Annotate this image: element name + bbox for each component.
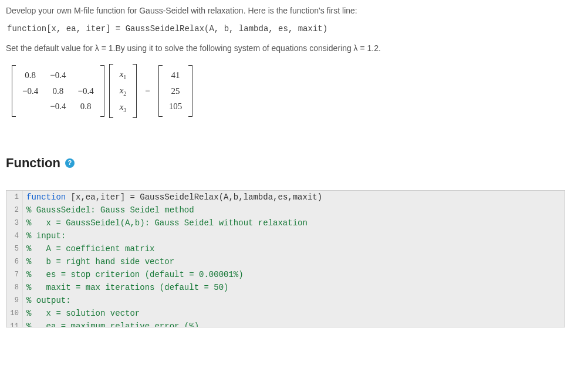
line-number: 1: [6, 191, 23, 204]
code-line: 1 function [x,ea,iter] = GaussSeidelRela…: [6, 191, 565, 204]
matrix-a: 0.8 −0.4 −0.4 0.8 −0.4 −0.4 0.8: [12, 65, 104, 117]
function-section-heading: Function ?: [6, 153, 565, 173]
matrix-a-cell: −0.4: [44, 67, 72, 83]
line-number: 5: [6, 242, 23, 255]
code-signature: function[x, ea, iter] = GaussSeidelRelax…: [7, 23, 565, 35]
function-heading-text: Function: [6, 153, 60, 173]
vector-b-cell: 105: [163, 99, 188, 114]
matrix-a-cell: [16, 99, 44, 114]
code-line: 10 % x = solution vector: [6, 307, 565, 320]
matrix-a-cell: [72, 67, 99, 83]
code-line: 6 % b = right hand side vector: [6, 255, 565, 268]
vector-x-cell: x2: [114, 83, 133, 99]
code-editor[interactable]: 1 function [x,ea,iter] = GaussSeidelRela…: [6, 190, 565, 327]
line-content: % x = solution vector: [23, 307, 140, 320]
line-content: % es = stop criterion (default = 0.00001…: [23, 268, 244, 281]
vector-b: 41 25 105: [158, 65, 193, 117]
line-content: % ea = maximum relative error (%): [23, 320, 199, 327]
code-line: 5 % A = coefficient matrix: [6, 242, 565, 255]
code-line: 9 % output:: [6, 294, 565, 307]
line-number: 8: [6, 281, 23, 294]
signature-keyword: function: [7, 24, 46, 33]
code-line: 3 % x = GaussSeidel(A,b): Gauss Seidel w…: [6, 217, 565, 229]
equals-sign: =: [145, 85, 150, 98]
line-number: 6: [6, 255, 23, 268]
line-content: % x = GaussSeidel(A,b): Gauss Seidel wit…: [23, 217, 308, 229]
line-content: % b = right hand side vector: [23, 255, 174, 268]
matrix-a-cell: −0.4: [16, 83, 44, 99]
code-line: 7 % es = stop criterion (default = 0.000…: [6, 268, 565, 281]
line-number: 9: [6, 294, 23, 307]
line-content: % A = coefficient matrix: [23, 242, 154, 255]
line-content: % maxit = max iterations (default = 50): [23, 281, 228, 294]
line-number: 10: [6, 307, 23, 320]
line-content: % GaussSeidel: Gauss Seidel method: [23, 204, 194, 217]
matrix-a-cell: 0.8: [72, 99, 99, 114]
line-number: 3: [6, 217, 23, 229]
matrix-a-cell: 0.8: [16, 67, 44, 83]
code-line: 4 % input:: [6, 229, 565, 242]
signature-body: [x, ea, iter] = GaussSeidelRelax(A, b, l…: [46, 24, 327, 33]
vector-x-cell: x3: [114, 99, 133, 116]
problem-instruction-text: Set the default value for λ = 1.By using…: [6, 42, 565, 55]
line-content: % input:: [23, 229, 66, 242]
line-number: 7: [6, 268, 23, 281]
problem-intro-text: Develop your own M-file function for Gau…: [6, 5, 565, 17]
line-content: % output:: [23, 294, 71, 307]
line-number: 4: [6, 229, 23, 242]
line-number: 11: [6, 320, 23, 327]
help-icon[interactable]: ?: [65, 158, 75, 168]
line-number: 2: [6, 204, 23, 217]
vector-x: x1 x2 x3: [109, 64, 137, 118]
vector-b-cell: 41: [163, 67, 188, 83]
matrix-a-cell: −0.4: [72, 83, 99, 99]
matrix-equation: 0.8 −0.4 −0.4 0.8 −0.4 −0.4 0.8 x1 x2 x3…: [12, 64, 565, 118]
vector-b-cell: 25: [163, 83, 188, 99]
matrix-a-cell: 0.8: [44, 83, 72, 99]
vector-x-cell: x1: [114, 66, 133, 83]
code-line: 8 % maxit = max iterations (default = 50…: [6, 281, 565, 294]
code-line: 11 % ea = maximum relative error (%): [6, 320, 565, 327]
line-content: function [x,ea,iter] = GaussSeidelRelax(…: [23, 191, 322, 204]
matrix-a-cell: −0.4: [44, 99, 72, 114]
code-line: 2 % GaussSeidel: Gauss Seidel method: [6, 204, 565, 217]
